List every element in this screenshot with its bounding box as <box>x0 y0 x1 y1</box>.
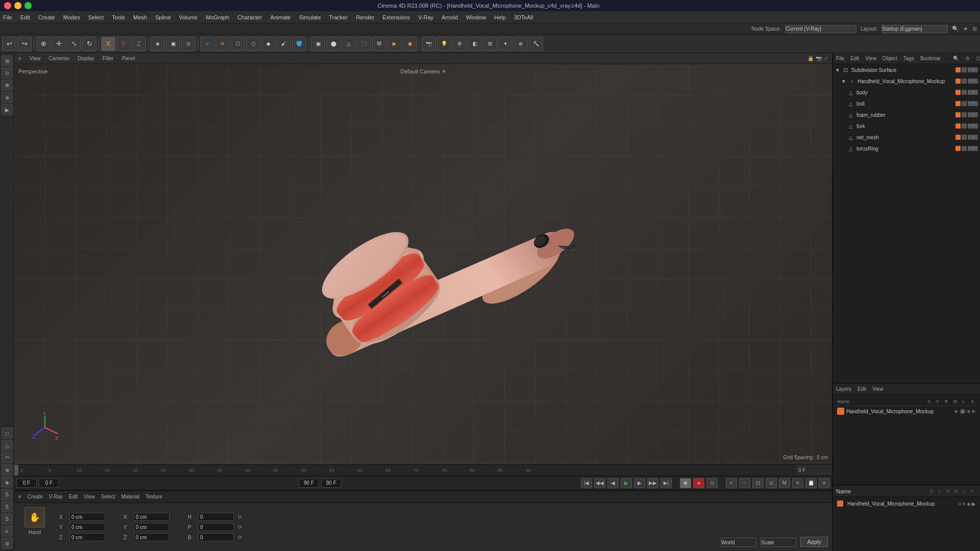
vp-menu-view[interactable]: View <box>30 56 41 61</box>
menu-animate[interactable]: Animate <box>270 14 290 20</box>
menu-arnold[interactable]: Arnold <box>442 14 458 20</box>
tool-btn[interactable]: 🔧 <box>529 37 543 51</box>
left-btn-layers[interactable]: ≡ <box>2 525 13 537</box>
point-mode[interactable]: ⊙ <box>181 37 195 51</box>
obj-row-foam[interactable]: △ foam_rubber ✓ ✓ <box>833 109 980 120</box>
menu-window[interactable]: Window <box>466 14 486 20</box>
end-frame-input-left[interactable] <box>299 479 319 488</box>
bottom-menu-select[interactable]: Select <box>101 494 115 499</box>
close-button[interactable] <box>4 2 11 9</box>
yaxis-button[interactable]: Z <box>132 37 146 51</box>
menu-vray[interactable]: V-Ray <box>418 14 433 20</box>
coord-z2-input[interactable] <box>134 533 169 541</box>
sphere-icon[interactable]: ⬤ <box>326 37 340 51</box>
bottom-menu-view[interactable]: View <box>84 494 95 499</box>
xaxis-button[interactable]: Y <box>116 37 131 51</box>
timeline-ruler[interactable]: 0 5 10 15 20 25 30 35 40 45 50 55 60 65 … <box>18 465 796 475</box>
layer-row-mockup[interactable]: Handheld_Vocal_Microphone_Mockup ▶ ⬤ ◉ ▶ <box>835 406 978 416</box>
objmgr-bookmarks[interactable]: Bookmar <box>920 56 941 61</box>
layers-label[interactable]: Layers <box>836 386 851 392</box>
objmgr-view[interactable]: View <box>865 56 876 61</box>
scale-button[interactable]: ⤡ <box>67 37 81 51</box>
minimize-button[interactable] <box>14 2 21 9</box>
key-mode-btn[interactable]: ⊙ <box>766 478 777 488</box>
ipr-btn[interactable]: ◉ <box>403 37 417 51</box>
coord-z-input[interactable] <box>69 533 105 541</box>
left-btn-poly[interactable]: △ <box>2 440 13 451</box>
menu-tracker[interactable]: Tracker <box>329 14 348 20</box>
node-space-select[interactable]: Current (V-Ray) <box>785 25 856 33</box>
left-btn-shapes[interactable]: □ <box>2 428 13 439</box>
left-btn-4[interactable]: ⊕ <box>2 92 13 103</box>
coord-b-input[interactable] <box>198 533 234 541</box>
start-frame-input[interactable] <box>16 479 37 488</box>
paint-icon[interactable]: 🪣 <box>292 37 306 51</box>
left-btn-nurbs[interactable]: ⊗ <box>2 464 13 475</box>
left-btn-s3[interactable]: S <box>2 513 13 524</box>
layer-play-icon[interactable]: ▶ <box>955 409 959 414</box>
settings-btn[interactable]: ⚙ <box>452 37 467 51</box>
layer-mode-btn[interactable]: ≡ <box>819 478 830 488</box>
objmgr-object[interactable]: Object <box>883 56 897 61</box>
go-end-btn[interactable]: ▶| <box>660 478 672 488</box>
play-btn[interactable]: ▶ <box>621 478 632 488</box>
polygon-mode[interactable]: ◈ <box>151 37 165 51</box>
view-icon-4[interactable]: ⬡ <box>246 37 260 51</box>
view-icon-3[interactable]: ⬡ <box>231 37 245 51</box>
rotate-button[interactable]: ↻ <box>82 37 96 51</box>
record-btn[interactable]: ⏺ <box>680 478 691 488</box>
timeline-mode-btn[interactable]: 📋 <box>805 478 817 488</box>
current-frame-input[interactable] <box>39 479 59 488</box>
left-btn-3[interactable]: ✻ <box>2 80 13 91</box>
mograph-icon[interactable]: M <box>372 37 386 51</box>
coord-y-input[interactable] <box>69 523 105 531</box>
render-btn[interactable]: ▶ <box>387 37 402 51</box>
motion-btn[interactable]: ⊙ <box>706 478 718 488</box>
objmgr-file[interactable]: File <box>836 56 844 61</box>
redo-button[interactable]: ↪ <box>17 37 32 51</box>
left-btn-environment[interactable]: S <box>2 489 13 500</box>
left-btn-s2[interactable]: S <box>2 501 13 512</box>
obj-row-subdivision[interactable]: ▼ ⊡ Subdivision Surface ✓ ✓ <box>833 64 980 76</box>
magnet-btn[interactable]: ⊛ <box>513 37 528 51</box>
grid-btn[interactable]: ⊞ <box>483 37 497 51</box>
key-sel-btn[interactable]: ⊡ <box>752 478 764 488</box>
prev-frame-btn[interactable]: ◀ <box>607 478 619 488</box>
coord-p-input[interactable] <box>198 523 234 531</box>
attr-icon-4[interactable]: ▶ <box>972 501 976 507</box>
prev-key-btn[interactable]: ◀◀ <box>594 478 605 488</box>
cone-icon[interactable]: △ <box>341 37 356 51</box>
menu-3dtoall[interactable]: 3DToAll <box>514 14 533 20</box>
edge-mode[interactable]: ▣ <box>166 37 180 51</box>
menu-modes[interactable]: Modes <box>63 14 80 20</box>
left-btn-deform[interactable]: ◈ <box>2 477 13 488</box>
objmgr-tags[interactable]: Tags <box>903 56 914 61</box>
light-btn[interactable]: 💡 <box>437 37 451 51</box>
layer-arrow-icon[interactable]: ▶ <box>972 409 976 414</box>
left-btn-generator[interactable]: ⊚ <box>2 538 13 549</box>
layout-select[interactable]: Startup (Eggman) <box>881 25 948 33</box>
menu-file[interactable]: File <box>3 14 12 20</box>
del-key-btn[interactable]: − <box>739 478 750 488</box>
vp-icon-camera[interactable]: 📷 <box>816 56 822 61</box>
left-btn-5[interactable]: ▶ <box>2 104 13 115</box>
menu-spline[interactable]: Spline <box>155 14 171 20</box>
camera-btn[interactable]: 📷 <box>422 37 436 51</box>
vp-icon-lock[interactable]: 🔒 <box>807 56 814 61</box>
menu-volume[interactable]: Volume <box>179 14 198 20</box>
vp-menu-toggle[interactable]: ≡ <box>18 56 21 61</box>
menu-character[interactable]: Character <box>237 14 262 20</box>
vp-controls[interactable]: 🔒 📷 ⤢ <box>807 56 828 61</box>
obj-row-torus[interactable]: △ torusRing ✓ ✓ <box>833 143 980 154</box>
motion-clip-btn[interactable]: ≡ <box>792 478 803 488</box>
left-btn-curve[interactable]: 〜 <box>2 452 13 463</box>
window-controls[interactable] <box>4 2 32 9</box>
obj-row-mockup[interactable]: ▼ ○ Handheld_Vocal_Microphone_Mockup ✓ ✓ <box>833 76 980 87</box>
mode-dropdown[interactable]: Scale Move Rotate <box>761 538 796 547</box>
menu-mesh[interactable]: Mesh <box>133 14 147 20</box>
objmgr-edit[interactable]: Edit <box>850 56 859 61</box>
snap-button[interactable]: X <box>101 37 115 51</box>
bottom-menu-texture[interactable]: Texture <box>145 494 162 499</box>
menu-select[interactable]: Select <box>88 14 104 20</box>
coord-y2-input[interactable] <box>134 523 169 531</box>
